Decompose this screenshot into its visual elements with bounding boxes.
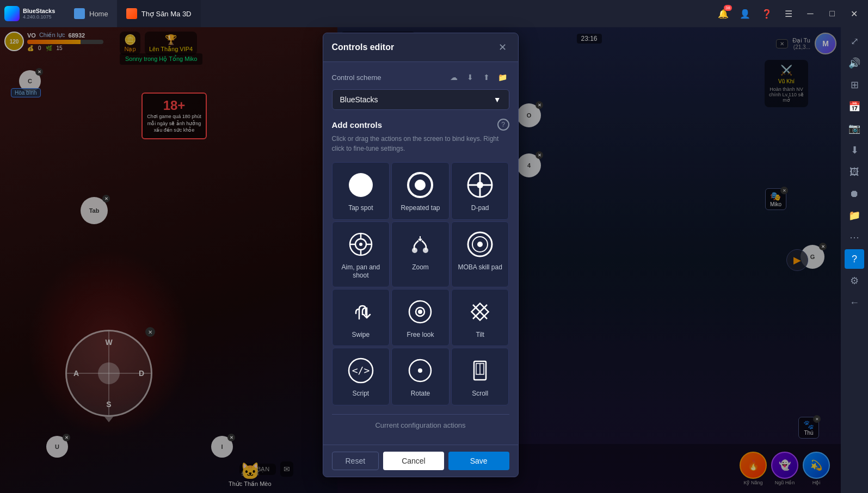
sidebar-download-btn[interactable]: ⬇ xyxy=(845,140,864,160)
sidebar-grid-btn[interactable]: ⊞ xyxy=(845,75,864,95)
freelook-label: Free look xyxy=(407,331,434,340)
sidebar-back-btn[interactable]: ← xyxy=(845,293,864,312)
app-logo: BlueStacks 4.240.0.1075 xyxy=(0,0,65,27)
notification-badge: 38 xyxy=(724,5,732,11)
zoom-icon xyxy=(407,231,434,258)
dpad-label: D-pad xyxy=(471,204,489,213)
modal-header: Controls editor ✕ xyxy=(323,33,518,62)
restore-button[interactable]: □ xyxy=(822,4,842,23)
save-button[interactable]: Save xyxy=(448,452,509,470)
app-version: 4.240.0.1075 xyxy=(23,14,55,20)
svg-point-30 xyxy=(418,368,422,373)
add-controls-title: Add controls xyxy=(332,120,383,130)
sidebar-screenshot-btn[interactable]: 🖼 xyxy=(845,162,864,182)
scheme-sync-btn[interactable]: ☁ xyxy=(447,71,460,84)
add-controls-header: Add controls ? xyxy=(332,119,509,131)
controls-grid: Tap spot Repeated tap xyxy=(332,162,509,405)
bluestacks-logo-icon xyxy=(4,6,20,21)
right-sidebar: ⤢ 🔊 ⊞ 📅 📷 ⬇ 🖼 ⏺ 📁 ⋯ ? ⚙ ← xyxy=(841,27,868,493)
tab-game[interactable]: Thợ Săn Ma 3D xyxy=(118,0,201,27)
scheme-icons: ☁ ⬇ ⬆ 📁 xyxy=(447,71,509,84)
sidebar-record-btn[interactable]: ⏺ xyxy=(845,184,864,204)
notification-button[interactable]: 🔔 38 xyxy=(713,4,733,23)
svg-point-15 xyxy=(423,248,428,253)
sidebar-camera-btn[interactable]: 📷 xyxy=(845,119,864,138)
modal-footer: Reset Cancel Save xyxy=(323,445,518,477)
dpad-icon xyxy=(466,171,494,199)
current-config-section: Current configuration actions xyxy=(332,414,509,436)
sidebar-calendar-btn[interactable]: 📅 xyxy=(845,97,864,116)
scheme-export-btn[interactable]: ⬆ xyxy=(480,71,493,84)
svg-point-19 xyxy=(477,242,483,247)
control-scheme-section: Control scheme ☁ ⬇ ⬆ 📁 xyxy=(332,71,509,84)
svg-point-23 xyxy=(418,310,422,314)
app-name-block: BlueStacks 4.240.0.1075 xyxy=(23,8,55,20)
control-scheme-label: Control scheme xyxy=(332,73,381,82)
control-moba[interactable]: MOBA skill pad xyxy=(451,221,509,287)
scheme-import-btn[interactable]: ⬇ xyxy=(464,71,477,84)
current-config-label: Current configuration actions xyxy=(375,421,465,429)
control-scroll[interactable]: Scroll xyxy=(451,348,509,405)
sidebar-volume-btn[interactable]: 🔊 xyxy=(845,53,864,73)
svg-point-14 xyxy=(412,248,417,253)
aim-label: Aim, pan and shoot xyxy=(337,263,385,280)
help-button[interactable]: ❓ xyxy=(757,4,777,23)
game-tab-icon xyxy=(126,8,137,19)
control-tap-spot[interactable]: Tap spot xyxy=(332,162,390,220)
rotate-label: Rotate xyxy=(411,390,430,398)
scheme-chevron: ▼ xyxy=(494,95,501,104)
home-tab-icon xyxy=(74,8,85,19)
top-bar: BlueStacks 4.240.0.1075 Home Thợ Săn Ma … xyxy=(0,0,868,27)
freelook-icon xyxy=(407,298,434,325)
sidebar-expand-btn[interactable]: ⤢ xyxy=(845,32,864,51)
account-button[interactable]: 👤 xyxy=(735,4,755,23)
reset-button[interactable]: Reset xyxy=(332,452,379,470)
control-aim[interactable]: Aim, pan and shoot xyxy=(332,221,390,287)
close-button[interactable]: ✕ xyxy=(844,4,864,23)
control-repeated-tap[interactable]: Repeated tap xyxy=(391,162,450,220)
sidebar-folder-btn[interactable]: 📁 xyxy=(845,206,864,225)
control-zoom[interactable]: Zoom xyxy=(391,221,450,287)
tilt-label: Tilt xyxy=(476,331,484,340)
moba-label: MOBA skill pad xyxy=(458,263,502,272)
tilt-icon xyxy=(466,298,494,325)
controls-editor-modal: Controls editor ✕ Control scheme ☁ ⬇ ⬆ 📁… xyxy=(323,33,519,477)
moba-icon xyxy=(466,231,494,258)
sidebar-help-btn[interactable]: ? xyxy=(845,249,864,269)
top-right-controls: 🔔 38 👤 ❓ ☰ ─ □ ✕ xyxy=(713,4,868,23)
sidebar-settings-btn[interactable]: ⚙ xyxy=(845,271,864,291)
app-name: BlueStacks xyxy=(23,8,55,14)
control-swipe[interactable]: Swipe xyxy=(332,289,390,347)
swipe-label: Swipe xyxy=(352,331,370,340)
scheme-dropdown[interactable]: BlueStacks ▼ xyxy=(332,89,509,110)
tab-home[interactable]: Home xyxy=(65,0,118,27)
repeated-tap-label: Repeated tap xyxy=(401,204,440,213)
add-controls-help-btn[interactable]: ? xyxy=(497,119,509,131)
control-script[interactable]: </> Script xyxy=(332,348,390,405)
svg-point-0 xyxy=(349,173,373,197)
modal-title: Controls editor xyxy=(332,42,395,52)
modal-close-button[interactable]: ✕ xyxy=(496,41,509,54)
minimize-button[interactable]: ─ xyxy=(801,4,820,23)
menu-button[interactable]: ☰ xyxy=(779,4,798,23)
script-icon: </> xyxy=(347,357,374,384)
swipe-icon xyxy=(347,298,374,325)
control-tilt[interactable]: Tilt xyxy=(451,289,509,347)
svg-text:</>: </> xyxy=(352,365,370,376)
home-tab-label: Home xyxy=(89,10,108,18)
svg-point-9 xyxy=(359,243,362,246)
add-controls-description: Click or drag the actions on the screen … xyxy=(332,134,509,153)
repeated-tap-icon xyxy=(407,171,434,199)
script-label: Script xyxy=(352,390,369,398)
modal-overlay: Controls editor ✕ Control scheme ☁ ⬇ ⬆ 📁… xyxy=(0,27,841,493)
scheme-value: BlueStacks xyxy=(340,95,378,104)
modal-body: Control scheme ☁ ⬇ ⬆ 📁 BlueStacks ▼ Add … xyxy=(323,62,518,445)
tap-spot-label: Tap spot xyxy=(348,204,373,213)
control-freelook[interactable]: Free look xyxy=(391,289,450,347)
cancel-button[interactable]: Cancel xyxy=(383,452,444,470)
sidebar-more-btn[interactable]: ⋯ xyxy=(845,227,864,247)
scheme-folder-btn[interactable]: 📁 xyxy=(496,71,509,84)
control-dpad[interactable]: D-pad xyxy=(451,162,509,220)
control-rotate[interactable]: Rotate xyxy=(391,348,450,405)
svg-point-2 xyxy=(415,180,426,190)
